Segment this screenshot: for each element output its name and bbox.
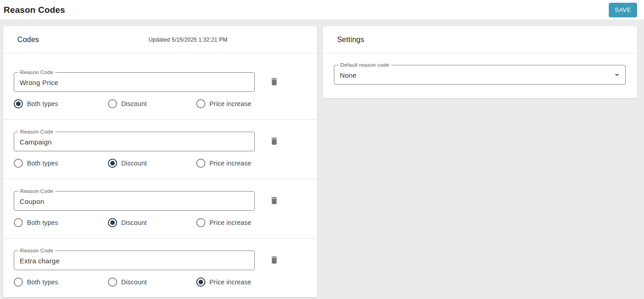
radio-icon — [14, 99, 23, 108]
radio-icon — [108, 278, 117, 287]
codes-panel: Codes Updated 5/15/2025 1:32:21 PM Reaso… — [3, 26, 317, 297]
radio-label: Price increase — [209, 219, 252, 226]
settings-panel: Settings Default reason code None — [323, 26, 637, 98]
settings-body: Default reason code None — [323, 53, 637, 98]
type-radio-group: Both types Discount Price increase — [14, 218, 252, 227]
delete-reason-button[interactable] — [268, 135, 280, 147]
type-radio-group: Both types Discount Price increase — [14, 159, 252, 168]
radio-icon — [108, 159, 117, 168]
settings-panel-header: Settings — [323, 26, 637, 53]
delete-reason-button[interactable] — [268, 254, 280, 266]
radio-icon — [108, 99, 117, 108]
reason-code-input[interactable] — [14, 251, 254, 270]
radio-both-types[interactable]: Both types — [14, 99, 108, 108]
radio-both-types[interactable]: Both types — [14, 218, 108, 227]
reason-code-input[interactable] — [14, 73, 254, 91]
radio-label: Price increase — [209, 278, 252, 286]
reason-code-field-label: Reason Code — [18, 188, 55, 194]
reason-code-row: Reason Code Both types Discount Price in… — [3, 53, 317, 120]
type-radio-group: Both types Discount Price increase — [14, 99, 252, 108]
reason-code-field-label: Reason Code — [18, 69, 55, 75]
reason-code-field-label: Reason Code — [18, 248, 55, 254]
radio-icon — [14, 159, 23, 168]
reason-code-field: Reason Code — [14, 191, 255, 211]
radio-label: Discount — [121, 278, 147, 286]
radio-icon — [196, 278, 205, 287]
radio-label: Both types — [27, 278, 58, 286]
radio-both-types[interactable]: Both types — [14, 159, 108, 168]
trash-icon — [269, 255, 279, 265]
radio-label: Both types — [27, 100, 58, 107]
radio-label: Both types — [27, 219, 58, 226]
content-area: Codes Updated 5/15/2025 1:32:21 PM Reaso… — [0, 20, 644, 299]
updated-timestamp: Updated 5/15/2025 1:32:21 PM — [149, 37, 227, 43]
radio-price-increase[interactable]: Price increase — [196, 278, 252, 287]
radio-icon — [196, 159, 205, 168]
codes-panel-title: Codes — [17, 36, 39, 44]
radio-label: Discount — [121, 100, 147, 107]
radio-label: Discount — [121, 160, 147, 167]
radio-discount[interactable]: Discount — [108, 278, 196, 287]
type-radio-group: Both types Discount Price increase — [14, 278, 252, 287]
radio-label: Price increase — [209, 160, 252, 167]
trash-icon — [269, 136, 279, 146]
radio-icon — [14, 278, 23, 287]
radio-price-increase[interactable]: Price increase — [196, 218, 252, 227]
radio-label: Price increase — [209, 100, 252, 107]
reason-code-field: Reason Code — [14, 72, 255, 92]
reason-code-field: Reason Code — [14, 132, 255, 151]
radio-icon — [14, 218, 23, 227]
codes-panel-header: Codes Updated 5/15/2025 1:32:21 PM — [3, 26, 317, 53]
page-title: Reason Codes — [4, 5, 65, 15]
reason-code-field: Reason Code — [14, 251, 255, 270]
trash-icon — [269, 77, 279, 86]
reason-code-input[interactable] — [14, 192, 254, 210]
radio-price-increase[interactable]: Price increase — [196, 99, 252, 108]
radio-discount[interactable]: Discount — [108, 99, 196, 108]
trash-icon — [269, 196, 279, 205]
chevron-down-icon — [612, 69, 623, 80]
radio-discount[interactable]: Discount — [108, 159, 196, 168]
radio-label: Both types — [27, 160, 58, 167]
top-bar: Reason Codes SAVE — [0, 0, 644, 20]
reason-code-field-label: Reason Code — [18, 129, 55, 135]
radio-price-increase[interactable]: Price increase — [196, 159, 252, 168]
delete-reason-button[interactable] — [268, 194, 280, 206]
default-reason-code-select[interactable]: Default reason code None — [334, 65, 626, 85]
radio-icon — [196, 99, 205, 108]
radio-discount[interactable]: Discount — [108, 218, 196, 227]
default-reason-code-label: Default reason code — [338, 62, 391, 68]
reason-code-row: Reason Code Both types Discount Price in… — [3, 179, 317, 239]
delete-reason-button[interactable] — [268, 75, 280, 87]
reason-code-row: Reason Code Both types Discount Price in… — [3, 239, 317, 297]
radio-icon — [196, 218, 205, 227]
radio-label: Discount — [121, 219, 147, 226]
radio-icon — [108, 218, 117, 227]
reason-code-input[interactable] — [14, 132, 254, 151]
save-button[interactable]: SAVE — [609, 3, 637, 17]
reason-code-row: Reason Code Both types Discount Price in… — [3, 120, 317, 179]
settings-panel-title: Settings — [337, 36, 364, 44]
radio-both-types[interactable]: Both types — [14, 278, 108, 287]
default-reason-code-value: None — [334, 70, 357, 79]
